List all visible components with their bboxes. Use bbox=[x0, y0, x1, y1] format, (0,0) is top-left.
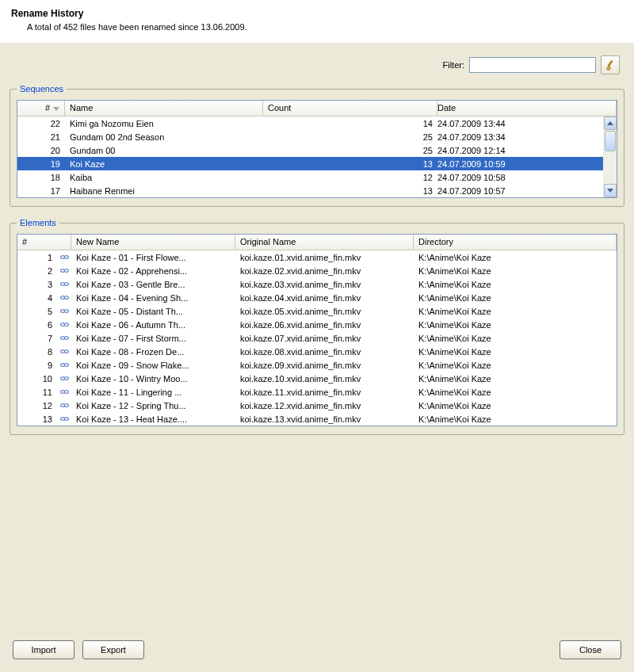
svg-rect-0 bbox=[608, 60, 613, 67]
elem-row-num: 7 bbox=[17, 334, 57, 343]
elements-col-orig[interactable]: Original Name bbox=[235, 235, 414, 250]
svg-point-25 bbox=[60, 418, 64, 421]
clear-filter-button[interactable] bbox=[601, 55, 620, 74]
elem-row-dir: K:\Anime\Koi Kaze bbox=[414, 401, 588, 410]
svg-point-15 bbox=[60, 350, 64, 353]
sort-desc-icon bbox=[53, 107, 59, 111]
elem-row-num: 13 bbox=[17, 414, 57, 424]
sequences-col-num[interactable]: # bbox=[17, 101, 65, 116]
link-icon bbox=[59, 252, 70, 262]
elem-row-dir: K:\Anime\Koi Kaze bbox=[414, 307, 588, 316]
elem-row-icon bbox=[57, 319, 71, 330]
sequences-col-name[interactable]: Name bbox=[65, 101, 263, 116]
elements-row[interactable]: 5Koi Kaze - 05 - Distant Th...koi.kaze.0… bbox=[17, 304, 617, 318]
scroll-up-button[interactable] bbox=[604, 116, 617, 130]
svg-point-16 bbox=[64, 350, 68, 353]
elem-row-dir: K:\Anime\Koi Kaze bbox=[414, 334, 588, 343]
elem-row-num: 5 bbox=[17, 307, 57, 316]
header: Rename History A total of 452 files have… bbox=[0, 0, 634, 43]
elem-row-num: 11 bbox=[17, 388, 57, 397]
elements-row[interactable]: 1Koi Kaze - 01 - First Flowe...koi.kaze.… bbox=[17, 250, 617, 264]
elements-row[interactable]: 7Koi Kaze - 07 - First Storm...koi.kaze.… bbox=[17, 331, 617, 345]
elem-row-orig: koi.kaze.05.xvid.anime_fin.mkv bbox=[235, 307, 414, 316]
elem-row-new: Koi Kaze - 09 - Snow Flake... bbox=[71, 361, 235, 370]
filter-row: Filter: bbox=[14, 55, 620, 74]
elements-col-new[interactable]: New Name bbox=[71, 235, 235, 250]
sequences-row[interactable]: 21Gundam 00 2nd Season2524.07.2009 13:34 bbox=[17, 130, 603, 143]
elements-col-num[interactable]: # bbox=[17, 235, 71, 250]
elem-row-dir: K:\Anime\Koi Kaze bbox=[414, 347, 588, 357]
link-icon bbox=[59, 346, 70, 357]
seq-row-count: 25 bbox=[263, 132, 437, 142]
elements-row[interactable]: 4Koi Kaze - 04 - Evening Sh...koi.kaze.0… bbox=[17, 291, 617, 304]
svg-point-6 bbox=[64, 283, 68, 286]
elem-row-orig: koi.kaze.01.xvid.anime_fin.mkv bbox=[235, 253, 414, 262]
elements-col-dir[interactable]: Directory bbox=[414, 235, 617, 250]
elem-row-icon bbox=[57, 292, 71, 303]
seq-row-name: Gundam 00 bbox=[65, 146, 263, 155]
elem-row-icon bbox=[57, 373, 71, 384]
elements-row[interactable]: 3Koi Kaze - 03 - Gentle Bre...koi.kaze.0… bbox=[17, 277, 617, 291]
elem-row-dir: K:\Anime\Koi Kaze bbox=[414, 253, 588, 262]
svg-point-17 bbox=[60, 364, 64, 367]
seq-row-num: 20 bbox=[17, 146, 65, 155]
export-button[interactable]: Export bbox=[82, 640, 144, 659]
elem-row-num: 6 bbox=[17, 320, 57, 330]
seq-row-name: Gundam 00 2nd Season bbox=[65, 132, 263, 142]
elem-row-dir: K:\Anime\Koi Kaze bbox=[414, 361, 588, 370]
elements-row[interactable]: 10Koi Kaze - 10 - Wintry Moo...koi.kaze.… bbox=[17, 372, 617, 385]
svg-point-26 bbox=[64, 418, 68, 421]
seq-row-date: 24.07.2009 10:58 bbox=[437, 173, 588, 182]
elements-row[interactable]: 11Koi Kaze - 11 - Lingering ...koi.kaze.… bbox=[17, 385, 617, 399]
sequences-listview[interactable]: # Name Count Date 22Kimi ga Nozomu Eien1… bbox=[17, 100, 617, 198]
sequences-col-count[interactable]: Count bbox=[263, 101, 437, 116]
elements-row[interactable]: 8Koi Kaze - 08 - Frozen De...koi.kaze.08… bbox=[17, 345, 617, 358]
elem-row-orig: koi.kaze.02.xvid.anime_fin.mkv bbox=[235, 266, 414, 276]
sequences-row[interactable]: 20Gundam 002524.07.2009 12:14 bbox=[17, 143, 603, 157]
svg-point-7 bbox=[60, 296, 64, 300]
elements-row[interactable]: 13Koi Kaze - 13 - Heat Haze....koi.kaze.… bbox=[17, 412, 617, 426]
sequences-row[interactable]: 18Kaiba1224.07.2009 10:58 bbox=[17, 170, 603, 184]
elem-row-dir: K:\Anime\Koi Kaze bbox=[414, 388, 588, 397]
svg-point-21 bbox=[60, 391, 64, 394]
svg-point-5 bbox=[60, 283, 64, 286]
chevron-down-icon bbox=[607, 189, 613, 193]
link-icon bbox=[59, 279, 70, 289]
elem-row-dir: K:\Anime\Koi Kaze bbox=[414, 293, 588, 303]
seq-row-name: Kaiba bbox=[65, 173, 263, 182]
elem-row-icon bbox=[57, 360, 71, 370]
seq-row-name: Koi Kaze bbox=[65, 159, 263, 169]
link-icon bbox=[59, 333, 70, 343]
elem-row-icon bbox=[57, 400, 71, 410]
elem-row-dir: K:\Anime\Koi Kaze bbox=[414, 374, 588, 384]
close-button[interactable]: Close bbox=[560, 640, 621, 659]
elements-row[interactable]: 2Koi Kaze - 02 - Apprehensi...koi.kaze.0… bbox=[17, 264, 617, 277]
filter-input[interactable] bbox=[469, 57, 596, 73]
sequences-row[interactable]: 22Kimi ga Nozomu Eien1424.07.2009 13:44 bbox=[17, 116, 603, 130]
link-icon bbox=[59, 387, 70, 397]
elem-row-orig: koi.kaze.08.xvid.anime_fin.mkv bbox=[235, 347, 414, 357]
svg-point-23 bbox=[60, 404, 64, 407]
scroll-down-button[interactable] bbox=[604, 184, 617, 197]
svg-point-22 bbox=[64, 391, 68, 394]
elements-row[interactable]: 9Koi Kaze - 09 - Snow Flake...koi.kaze.0… bbox=[17, 358, 617, 372]
elem-row-num: 1 bbox=[17, 253, 57, 262]
sequences-row[interactable]: 17Haibane Renmei1324.07.2009 10:57 bbox=[17, 184, 603, 197]
elements-listview[interactable]: # New Name Original Name Directory 1Koi … bbox=[17, 234, 617, 426]
elem-row-dir: K:\Anime\Koi Kaze bbox=[414, 414, 588, 424]
svg-point-3 bbox=[60, 269, 64, 273]
seq-row-count: 14 bbox=[263, 119, 437, 128]
elem-row-new: Koi Kaze - 11 - Lingering ... bbox=[71, 388, 235, 397]
elements-header: # New Name Original Name Directory bbox=[17, 235, 617, 250]
elem-row-num: 12 bbox=[17, 401, 57, 410]
sequences-col-date[interactable]: Date bbox=[437, 101, 617, 116]
elem-row-icon bbox=[57, 346, 71, 357]
seq-row-date: 24.07.2009 13:34 bbox=[437, 132, 588, 142]
elements-row[interactable]: 12Koi Kaze - 12 - Spring Thu...koi.kaze.… bbox=[17, 399, 617, 412]
brush-icon bbox=[604, 59, 617, 71]
sequences-scrollbar[interactable] bbox=[603, 116, 617, 197]
scroll-thumb[interactable] bbox=[605, 131, 616, 151]
sequences-row[interactable]: 19Koi Kaze1324.07.2009 10:59 bbox=[17, 157, 603, 170]
elements-row[interactable]: 6Koi Kaze - 06 - Autumn Th...koi.kaze.06… bbox=[17, 318, 617, 331]
import-button[interactable]: Import bbox=[13, 640, 74, 659]
